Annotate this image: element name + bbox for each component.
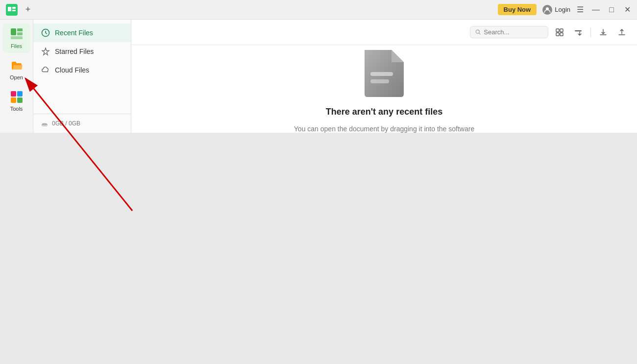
svg-rect-5 — [11, 28, 16, 35]
svg-rect-6 — [17, 28, 23, 31]
sort-button[interactable] — [571, 25, 586, 40]
import-button[interactable] — [596, 25, 611, 40]
svg-rect-0 — [6, 4, 18, 16]
svg-rect-22 — [370, 79, 389, 83]
buy-now-button[interactable]: Buy Now — [498, 4, 537, 15]
cloud-files-label: Cloud Files — [55, 66, 89, 74]
nav-sidebar-content: Recent Files Starred Files Cloud Files — [33, 20, 131, 114]
sidebar-item-tools[interactable]: Tools — [3, 86, 30, 116]
titlebar-left: + — [6, 4, 33, 16]
files-icon — [10, 27, 24, 41]
toolbar-divider — [590, 27, 591, 37]
svg-rect-18 — [556, 33, 559, 36]
nav-item-cloud[interactable]: Cloud Files — [33, 61, 131, 79]
svg-rect-1 — [8, 7, 11, 11]
svg-rect-10 — [17, 91, 23, 97]
main-layout: Files Open Tools — [0, 20, 637, 133]
export-icon — [617, 28, 626, 37]
storage-icon — [41, 120, 48, 127]
svg-rect-12 — [17, 97, 23, 103]
svg-rect-11 — [11, 97, 16, 103]
starred-files-label: Starred Files — [55, 48, 94, 55]
search-box[interactable] — [470, 26, 548, 38]
menu-button[interactable]: ☰ — [576, 6, 584, 14]
empty-state-title: There aren't any recent files — [326, 107, 442, 117]
titlebar: + Buy Now Login ☰ — □ ✕ — [0, 0, 637, 20]
svg-rect-19 — [560, 33, 563, 36]
star-icon — [41, 47, 50, 56]
login-avatar — [542, 5, 552, 15]
login-button[interactable]: Login — [542, 5, 570, 15]
content-toolbar — [131, 20, 637, 45]
nav-item-starred[interactable]: Starred Files — [33, 42, 131, 61]
sort-icon — [574, 28, 583, 37]
close-button[interactable]: ✕ — [623, 6, 631, 14]
svg-rect-16 — [556, 29, 559, 32]
content-area: There aren't any recent files You can op… — [131, 20, 637, 133]
grid-view-button[interactable] — [552, 25, 567, 40]
empty-state-subtitle: You can open the document by dragging it… — [294, 125, 474, 133]
nav-sidebar-footer: 0GB / 0GB — [33, 114, 131, 133]
sidebar-item-files[interactable]: Files — [3, 24, 30, 53]
svg-rect-20 — [575, 30, 582, 31]
login-label: Login — [555, 6, 570, 13]
nav-item-recent[interactable]: Recent Files — [33, 24, 131, 42]
maximize-button[interactable]: □ — [608, 6, 615, 14]
import-icon — [599, 28, 608, 37]
icon-sidebar: Files Open Tools — [0, 20, 33, 133]
window-controls: ☰ — □ ✕ — [576, 6, 631, 14]
open-label: Open — [10, 74, 23, 80]
svg-rect-3 — [12, 10, 16, 11]
clock-icon — [41, 28, 50, 37]
svg-point-15 — [476, 30, 479, 33]
app-logo — [6, 4, 18, 16]
search-icon — [475, 29, 481, 35]
add-tab-button[interactable]: + — [23, 4, 33, 15]
grid-icon — [555, 28, 564, 37]
recent-files-label: Recent Files — [55, 29, 93, 37]
svg-rect-2 — [12, 7, 16, 9]
empty-state-illustration — [360, 45, 409, 99]
cloud-icon — [41, 66, 50, 74]
minimize-button[interactable]: — — [592, 6, 600, 14]
files-label: Files — [11, 43, 22, 49]
nav-sidebar: Recent Files Starred Files Cloud Files — [33, 20, 131, 133]
svg-rect-17 — [560, 29, 563, 32]
svg-rect-8 — [11, 36, 23, 39]
svg-rect-21 — [370, 72, 393, 76]
sidebar-item-open[interactable]: Open — [3, 55, 30, 84]
tools-label: Tools — [10, 106, 23, 112]
empty-state: There aren't any recent files You can op… — [131, 45, 637, 133]
tools-icon — [10, 90, 24, 104]
titlebar-right: Buy Now Login ☰ — □ ✕ — [498, 4, 631, 15]
open-icon — [10, 59, 24, 73]
search-input[interactable] — [484, 28, 543, 36]
svg-rect-7 — [17, 32, 23, 35]
svg-rect-9 — [11, 91, 16, 97]
export-button[interactable] — [614, 25, 629, 40]
storage-label: 0GB / 0GB — [52, 120, 80, 127]
